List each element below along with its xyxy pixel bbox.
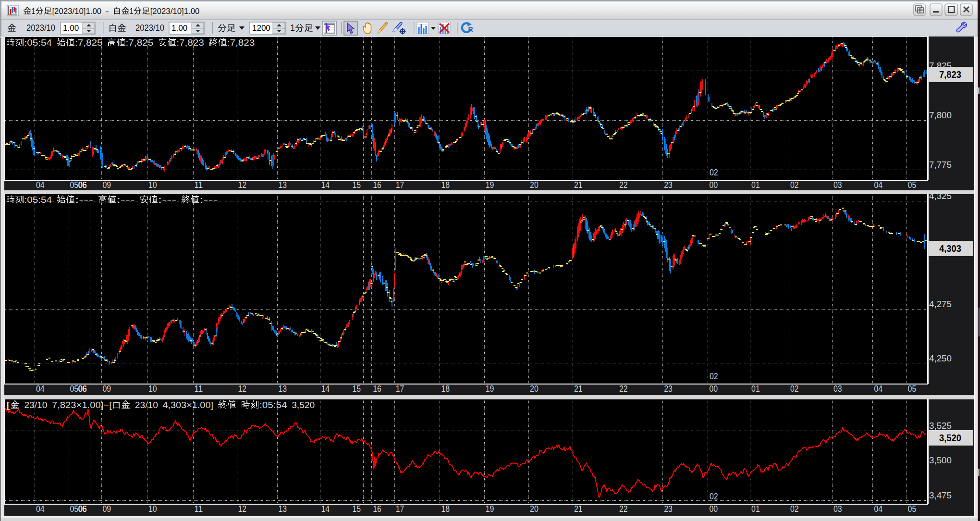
svg-text:06: 06 [78, 504, 87, 514]
svg-text:15: 15 [353, 384, 361, 394]
svg-text:11: 11 [195, 180, 203, 190]
svg-text::05:54: :05:54 [259, 400, 287, 410]
svg-text:09: 09 [103, 504, 111, 514]
svg-text:05: 05 [70, 504, 79, 514]
svg-text:04: 04 [36, 384, 45, 394]
svg-text::---: :--- [75, 195, 93, 205]
svg-text:17: 17 [396, 504, 404, 514]
svg-text:03: 03 [833, 384, 842, 394]
svg-text:1.00: 1.00 [172, 24, 187, 33]
svg-text:15: 15 [353, 504, 361, 514]
svg-text:-: - [105, 7, 109, 16]
svg-text:19: 19 [486, 180, 494, 190]
svg-text:13: 13 [279, 180, 287, 190]
svg-text:04: 04 [36, 504, 45, 514]
svg-text:14: 14 [321, 384, 330, 394]
svg-text:21: 21 [574, 180, 583, 190]
svg-text:[2023/10]1.00: [2023/10]1.00 [150, 7, 200, 16]
svg-text::05:54: :05:54 [24, 195, 52, 205]
svg-text:4,275: 4,275 [929, 299, 952, 309]
svg-text:00: 00 [709, 180, 718, 190]
svg-text:04: 04 [874, 384, 882, 394]
svg-text:10: 10 [148, 384, 157, 394]
svg-text:00: 00 [709, 504, 718, 514]
svg-text::7,825: :7,825 [126, 37, 154, 48]
svg-text:10: 10 [148, 504, 157, 514]
svg-text:02: 02 [790, 504, 799, 514]
svg-text:3,520: 3,520 [939, 432, 961, 443]
svg-text:4,303: 4,303 [939, 243, 961, 254]
svg-text:11: 11 [195, 504, 203, 514]
svg-text:19: 19 [486, 384, 494, 394]
svg-text:16: 16 [373, 504, 381, 514]
svg-text:22: 22 [619, 504, 628, 514]
svg-text:19: 19 [486, 504, 494, 514]
svg-text:02: 02 [790, 384, 799, 394]
svg-text:05: 05 [908, 384, 917, 394]
svg-text:R: R [468, 25, 473, 33]
svg-text:04: 04 [874, 504, 882, 514]
svg-text:14: 14 [321, 180, 330, 190]
svg-text::7,823: :7,823 [227, 37, 255, 48]
svg-text:12: 12 [238, 384, 247, 394]
svg-text:20: 20 [530, 180, 539, 190]
svg-text:7,800: 7,800 [929, 111, 952, 120]
svg-text:04: 04 [874, 180, 882, 190]
svg-text:2023/10: 2023/10 [26, 23, 55, 33]
svg-text:18: 18 [441, 180, 450, 190]
svg-text:06: 06 [78, 180, 87, 190]
svg-text:01: 01 [751, 180, 760, 190]
svg-text:18: 18 [441, 384, 450, 394]
svg-text:3,475: 3,475 [929, 491, 952, 500]
svg-text:14: 14 [321, 504, 330, 514]
svg-text:05: 05 [70, 180, 79, 190]
svg-text::---: :--- [116, 195, 135, 205]
svg-text:[2023/10]1.00: [2023/10]1.00 [52, 7, 101, 16]
svg-text:1: 1 [130, 7, 134, 16]
svg-text:[: [ [6, 400, 11, 410]
svg-text:17: 17 [396, 180, 404, 190]
svg-text:23: 23 [664, 504, 673, 514]
svg-text:22: 22 [619, 180, 628, 190]
svg-text:23/10: 23/10 [135, 400, 158, 410]
svg-text::---: :--- [199, 195, 218, 205]
svg-text:02: 02 [790, 180, 799, 190]
svg-text:11: 11 [195, 384, 203, 394]
svg-text:20: 20 [530, 384, 539, 394]
svg-text:21: 21 [574, 504, 583, 514]
svg-text:23/10: 23/10 [24, 400, 47, 410]
svg-text::7,825: :7,825 [75, 37, 103, 48]
svg-text:4,325: 4,325 [929, 191, 952, 201]
svg-text:02: 02 [710, 168, 718, 177]
svg-text:4,250: 4,250 [929, 354, 952, 363]
svg-text:20: 20 [530, 504, 539, 514]
svg-text:16: 16 [373, 384, 381, 394]
svg-text:13: 13 [279, 504, 287, 514]
svg-text:22: 22 [619, 384, 628, 394]
svg-text:01: 01 [751, 384, 760, 394]
svg-text:05: 05 [908, 504, 917, 514]
svg-text:06: 06 [78, 384, 87, 394]
svg-text:2023/10: 2023/10 [135, 23, 164, 33]
svg-text:16: 16 [373, 180, 381, 190]
svg-text:4,303×1.00]: 4,303×1.00] [162, 400, 213, 410]
svg-text:7,823: 7,823 [939, 69, 961, 80]
svg-text:05: 05 [908, 180, 917, 190]
svg-text:04: 04 [36, 180, 45, 190]
svg-text:03: 03 [833, 504, 842, 514]
svg-text:15: 15 [353, 180, 361, 190]
svg-text:02: 02 [710, 492, 718, 501]
svg-text::7,823: :7,823 [176, 37, 204, 48]
svg-text:1.00: 1.00 [63, 24, 79, 33]
svg-text:03: 03 [833, 180, 842, 190]
svg-text:1200: 1200 [252, 24, 270, 33]
svg-text:05: 05 [70, 384, 79, 394]
svg-text:3,525: 3,525 [929, 421, 952, 431]
svg-text:1: 1 [32, 7, 36, 16]
svg-text:12: 12 [238, 180, 247, 190]
svg-text:18: 18 [441, 504, 450, 514]
svg-text:3,520: 3,520 [292, 400, 315, 410]
svg-text:13: 13 [279, 384, 287, 394]
svg-text:17: 17 [396, 384, 404, 394]
svg-text:7,775: 7,775 [929, 160, 952, 170]
